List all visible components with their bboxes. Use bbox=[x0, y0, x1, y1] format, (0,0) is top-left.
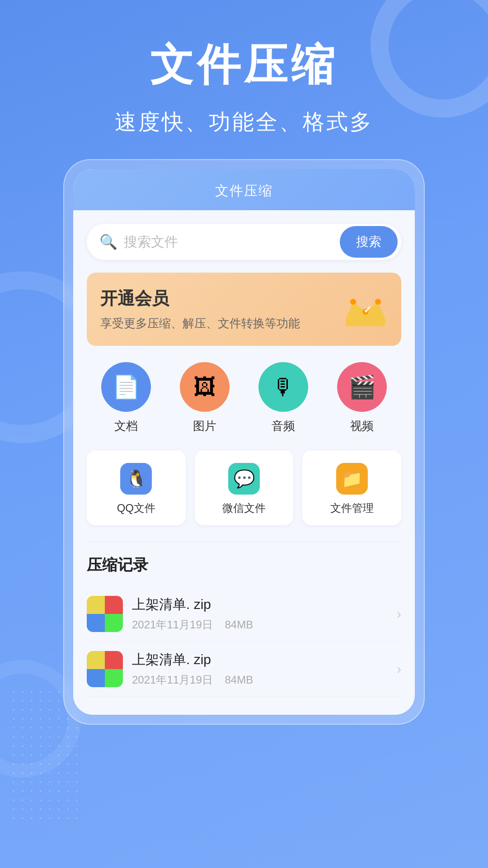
category-icon-docs: 📄 bbox=[101, 362, 151, 412]
header-area: 文件压缩 速度快、功能全、格式多 bbox=[0, 0, 488, 159]
search-icon: 🔍 bbox=[99, 233, 117, 250]
category-item-image[interactable]: 🖼 图片 bbox=[180, 362, 230, 434]
category-icon-video: 🎬 bbox=[337, 362, 387, 412]
search-button[interactable]: 搜索 bbox=[340, 226, 398, 258]
svg-point-3 bbox=[350, 299, 356, 305]
category-label-audio: 音频 bbox=[272, 418, 295, 434]
record-name-1: 上架清单. zip bbox=[132, 651, 388, 669]
category-row: 📄 文档 🖼 图片 🎙 音频 🎬 视频 bbox=[87, 362, 401, 434]
record-meta-0: 2021年11月19日 84MB bbox=[132, 618, 388, 632]
category-item-audio[interactable]: 🎙 音频 bbox=[258, 362, 308, 434]
record-info-1: 上架清单. zip 2021年11月19日 84MB bbox=[132, 651, 388, 687]
main-title: 文件压缩 bbox=[0, 36, 488, 95]
category-label-video: 视频 bbox=[350, 418, 374, 434]
category-item-docs[interactable]: 📄 文档 bbox=[101, 362, 151, 434]
quick-item-wechat[interactable]: 💬 微信文件 bbox=[195, 450, 294, 525]
category-icon-audio: 🎙 bbox=[258, 362, 308, 412]
category-label-image: 图片 bbox=[193, 418, 216, 434]
category-label-docs: 文档 bbox=[114, 418, 138, 434]
records-title: 压缩记录 bbox=[87, 555, 401, 576]
svg-rect-1 bbox=[346, 319, 385, 326]
topbar-title: 文件压缩 bbox=[215, 183, 273, 198]
quick-access-row: 🐧 QQ文件 💬 微信文件 📁 文件管理 bbox=[87, 450, 401, 525]
record-item-0[interactable]: 上架清单. zip 2021年11月19日 84MB › bbox=[87, 586, 401, 642]
phone-topbar: 文件压缩 bbox=[73, 169, 415, 210]
vip-crown-icon: ✓ bbox=[341, 284, 390, 334]
record-info-0: 上架清单. zip 2021年11月19日 84MB bbox=[132, 595, 388, 632]
phone-content: 🔍 搜索文件 搜索 开通会员 享受更多压缩、解压、文件转换等功能 ✓ bbox=[73, 210, 415, 715]
wechat-icon: 💬 bbox=[228, 463, 260, 495]
record-arrow-0: › bbox=[397, 606, 401, 622]
record-zip-icon-1 bbox=[87, 651, 123, 687]
record-name-0: 上架清单. zip bbox=[132, 595, 388, 614]
divider bbox=[87, 542, 401, 542]
phone-inner: 文件压缩 🔍 搜索文件 搜索 开通会员 享受更多压缩、解压、文件转换等功能 bbox=[73, 169, 415, 715]
record-arrow-1: › bbox=[397, 661, 401, 677]
qq-icon: 🐧 bbox=[120, 463, 152, 495]
filemanager-icon: 📁 bbox=[336, 463, 368, 495]
svg-text:✓: ✓ bbox=[363, 304, 371, 316]
sub-title: 速度快、功能全、格式多 bbox=[0, 108, 488, 137]
quick-label-qq: QQ文件 bbox=[117, 501, 155, 515]
phone-mockup: 文件压缩 🔍 搜索文件 搜索 开通会员 享受更多压缩、解压、文件转换等功能 bbox=[63, 159, 425, 725]
quick-label-filemanager: 文件管理 bbox=[330, 501, 374, 515]
quick-item-qq[interactable]: 🐧 QQ文件 bbox=[87, 450, 186, 525]
search-bar: 🔍 搜索文件 搜索 bbox=[87, 224, 401, 260]
record-meta-1: 2021年11月19日 84MB bbox=[132, 673, 388, 687]
quick-label-wechat: 微信文件 bbox=[222, 501, 266, 515]
search-placeholder[interactable]: 搜索文件 bbox=[124, 233, 340, 251]
category-item-video[interactable]: 🎬 视频 bbox=[337, 362, 387, 434]
record-date-1: 2021年11月19日 bbox=[132, 674, 213, 686]
record-zip-icon-0 bbox=[87, 596, 123, 632]
category-icon-image: 🖼 bbox=[180, 362, 230, 412]
record-item-1[interactable]: 上架清单. zip 2021年11月19日 84MB › bbox=[87, 642, 401, 697]
vip-banner[interactable]: 开通会员 享受更多压缩、解压、文件转换等功能 ✓ bbox=[87, 273, 401, 346]
svg-point-4 bbox=[375, 299, 381, 305]
quick-item-filemanager[interactable]: 📁 文件管理 bbox=[302, 450, 401, 525]
record-date-0: 2021年11月19日 bbox=[132, 618, 213, 631]
record-size-1: 84MB bbox=[225, 674, 253, 686]
record-size-0: 84MB bbox=[225, 618, 253, 631]
